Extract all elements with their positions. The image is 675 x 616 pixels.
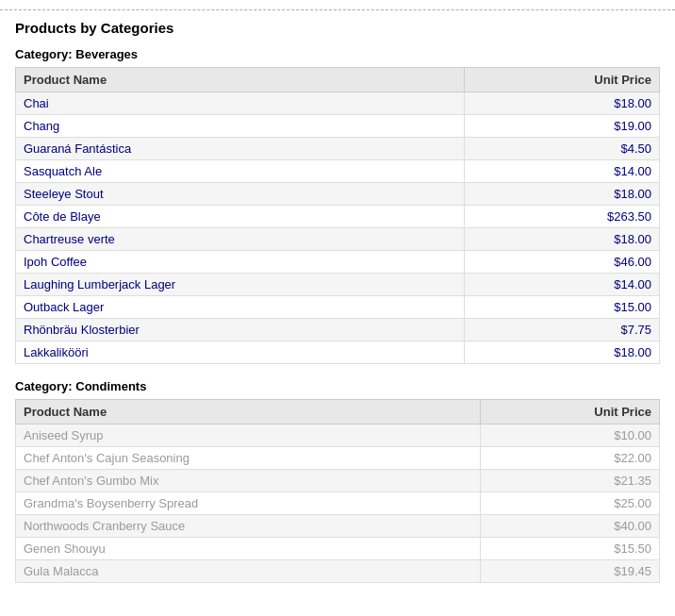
table-row: Guaraná Fantástica$4.50 — [16, 138, 660, 160]
category-section-beverages: Category: Beverages Product Name Unit Pr… — [0, 47, 675, 364]
beverages-table: Product Name Unit Price Chai$18.00Chang$… — [15, 67, 660, 364]
table-row: Steeleye Stout$18.00 — [16, 183, 660, 206]
product-price: $263.50 — [464, 206, 659, 228]
table-row: Laughing Lumberjack Lager$14.00 — [16, 274, 660, 296]
table-row: Gula Malacca$19.45 — [16, 560, 660, 583]
product-name: Côte de Blaye — [16, 206, 465, 228]
product-price: $19.00 — [464, 115, 659, 138]
product-name: Guaraná Fantástica — [16, 138, 465, 160]
page-wrapper: Products by Categories Category: Beverag… — [0, 0, 675, 616]
product-name: Laughing Lumberjack Lager — [16, 274, 465, 296]
table-row: Rhönbräu Klosterbier$7.75 — [16, 319, 660, 341]
table-row: Northwoods Cranberry Sauce$40.00 — [16, 515, 660, 538]
product-price: $18.00 — [464, 341, 659, 364]
table-row: Sasquatch Ale$14.00 — [16, 160, 660, 183]
table-row: Chai$18.00 — [16, 92, 660, 115]
table-row: Chef Anton's Cajun Seasoning$22.00 — [16, 447, 660, 470]
category-label-condiments: Category: Condiments — [15, 379, 660, 393]
product-price: $14.00 — [464, 274, 659, 296]
table-row: Chartreuse verte$18.00 — [16, 228, 660, 251]
product-name: Chef Anton's Cajun Seasoning — [16, 447, 481, 470]
product-price: $25.00 — [481, 492, 660, 515]
product-price: $46.00 — [464, 251, 659, 274]
condiments-table: Product Name Unit Price Aniseed Syrup$10… — [15, 399, 660, 583]
product-price: $10.00 — [481, 425, 660, 447]
table-row: Genen Shouyu$15.50 — [16, 538, 660, 560]
product-price: $19.45 — [481, 560, 660, 583]
product-name: Northwoods Cranberry Sauce — [16, 515, 481, 538]
product-name: Chartreuse verte — [16, 228, 465, 251]
product-name: Steeleye Stout — [16, 183, 465, 206]
product-name: Genen Shouyu — [16, 538, 481, 560]
product-name: Gula Malacca — [16, 560, 481, 583]
product-name: Aniseed Syrup — [16, 425, 481, 447]
col-header-price-condiments: Unit Price — [481, 400, 660, 425]
product-name: Ipoh Coffee — [16, 251, 465, 274]
product-name: Grandma's Boysenberry Spread — [16, 492, 481, 515]
col-header-name-beverages: Product Name — [16, 68, 465, 92]
col-header-price-beverages: Unit Price — [464, 68, 659, 92]
table-row: Chef Anton's Gumbo Mix$21.35 — [16, 470, 660, 492]
product-price: $40.00 — [481, 515, 660, 538]
category-label-beverages: Category: Beverages — [15, 47, 660, 61]
table-row: Aniseed Syrup$10.00 — [16, 425, 660, 447]
table-row: Lakkalikööri$18.00 — [16, 341, 660, 364]
product-name: Sasquatch Ale — [16, 160, 465, 183]
product-name: Lakkalikööri — [16, 341, 465, 364]
product-name: Rhönbräu Klosterbier — [16, 319, 465, 341]
report-title: Products by Categories — [15, 20, 660, 36]
table-row: Chang$19.00 — [16, 115, 660, 138]
table-row: Grandma's Boysenberry Spread$25.00 — [16, 492, 660, 515]
product-price: $14.00 — [464, 160, 659, 183]
product-price: $18.00 — [464, 92, 659, 115]
product-price: $18.00 — [464, 183, 659, 206]
category-section-condiments: Category: Condiments Product Name Unit P… — [0, 379, 675, 583]
product-name: Outback Lager — [16, 296, 465, 319]
col-header-name-condiments: Product Name — [16, 400, 481, 425]
product-price: $15.00 — [464, 296, 659, 319]
product-price: $15.50 — [481, 538, 660, 560]
table-row: Côte de Blaye$263.50 — [16, 206, 660, 228]
product-name: Chang — [16, 115, 465, 138]
product-price: $4.50 — [464, 138, 659, 160]
table-row: Outback Lager$15.00 — [16, 296, 660, 319]
product-price: $18.00 — [464, 228, 659, 251]
product-price: $22.00 — [481, 447, 660, 470]
product-name: Chef Anton's Gumbo Mix — [16, 470, 481, 492]
table-row: Ipoh Coffee$46.00 — [16, 251, 660, 274]
product-price: $7.75 — [464, 319, 659, 341]
top-border — [0, 9, 675, 10]
product-price: $21.35 — [481, 470, 660, 492]
product-name: Chai — [16, 92, 465, 115]
